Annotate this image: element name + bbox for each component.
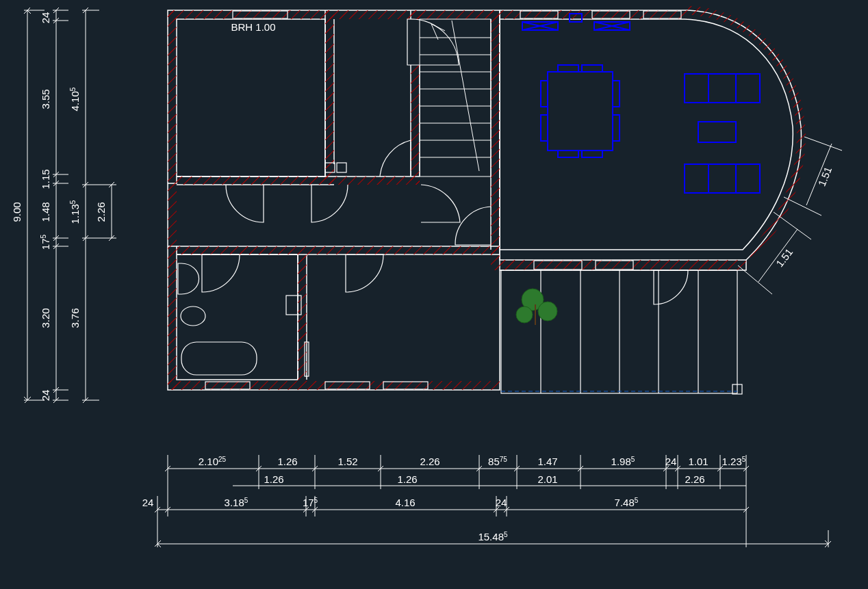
svg-rect-92 bbox=[337, 163, 346, 172]
svg-rect-69 bbox=[500, 260, 746, 270]
svg-text:2.26: 2.26 bbox=[95, 202, 107, 222]
svg-text:4.16: 4.16 bbox=[395, 497, 415, 508]
cad-floorplan-viewport[interactable]: 9.00 24 3.55 1.15 1.48 175 3.20 24 4.105… bbox=[0, 0, 868, 589]
dim-vertical-mid-chain: 4.105 1.135 2.26 3.76 bbox=[69, 10, 116, 400]
svg-rect-90 bbox=[181, 342, 257, 375]
svg-text:7.485: 7.485 bbox=[615, 497, 639, 508]
dim-horiz-row2: 1.26 1.26 2.01 2.26 bbox=[233, 473, 746, 486]
svg-rect-103 bbox=[582, 150, 602, 157]
svg-text:1.26: 1.26 bbox=[277, 456, 297, 467]
pergola-deck bbox=[501, 270, 742, 394]
svg-rect-60 bbox=[168, 10, 177, 390]
wall-hatching bbox=[168, 10, 801, 390]
svg-rect-61 bbox=[168, 381, 500, 390]
svg-text:24: 24 bbox=[496, 497, 507, 508]
svg-rect-102 bbox=[558, 150, 578, 157]
svg-text:1.26: 1.26 bbox=[264, 473, 283, 485]
svg-rect-100 bbox=[558, 65, 578, 72]
svg-rect-62 bbox=[325, 10, 334, 185]
svg-rect-65 bbox=[177, 176, 420, 185]
svg-rect-101 bbox=[582, 65, 602, 72]
svg-text:1.985: 1.985 bbox=[611, 456, 635, 467]
svg-rect-68 bbox=[500, 10, 688, 19]
svg-line-130 bbox=[804, 137, 842, 150]
svg-text:4.105: 4.105 bbox=[69, 87, 81, 111]
svg-rect-99 bbox=[613, 115, 620, 141]
svg-text:175: 175 bbox=[303, 497, 318, 508]
svg-rect-64 bbox=[491, 10, 500, 270]
svg-text:24: 24 bbox=[40, 390, 51, 402]
svg-text:1.47: 1.47 bbox=[537, 456, 557, 467]
floorplan-walls-outline bbox=[168, 10, 801, 390]
dim-horiz-overall: 15.485 bbox=[157, 530, 828, 547]
svg-rect-108 bbox=[685, 164, 760, 193]
svg-text:3.185: 3.185 bbox=[225, 497, 248, 508]
svg-text:1.15: 1.15 bbox=[40, 169, 51, 189]
svg-text:3.20: 3.20 bbox=[40, 308, 51, 328]
svg-text:2.26: 2.26 bbox=[420, 456, 439, 467]
svg-text:8575: 8575 bbox=[488, 456, 507, 467]
svg-text:15.485: 15.485 bbox=[478, 531, 508, 542]
svg-text:9.00: 9.00 bbox=[11, 202, 23, 222]
svg-line-88 bbox=[452, 21, 479, 171]
dim-horiz-row3: 24 3.185 175 4.16 24 7.485 bbox=[142, 496, 746, 547]
tree-symbol bbox=[516, 289, 557, 325]
furniture-dining bbox=[541, 65, 620, 157]
furniture-living bbox=[522, 14, 760, 193]
svg-rect-107 bbox=[698, 122, 736, 142]
svg-rect-97 bbox=[541, 115, 548, 141]
svg-point-89 bbox=[181, 306, 205, 326]
windows bbox=[205, 11, 681, 389]
dim-horiz-row1: 2.1025 1.26 1.52 2.26 8575 1.47 1.985 24… bbox=[168, 455, 746, 496]
svg-text:24: 24 bbox=[142, 497, 154, 508]
svg-point-127 bbox=[538, 302, 557, 321]
svg-text:1.52: 1.52 bbox=[337, 456, 357, 467]
svg-text:24: 24 bbox=[665, 456, 677, 467]
svg-text:2.1025: 2.1025 bbox=[199, 456, 227, 467]
dim-vertical-outer-chain: 24 3.55 1.15 1.48 175 3.20 24 bbox=[40, 10, 68, 401]
svg-text:24: 24 bbox=[40, 12, 51, 24]
svg-text:1.51: 1.51 bbox=[816, 165, 834, 187]
svg-text:1.135: 1.135 bbox=[69, 200, 81, 224]
svg-rect-67 bbox=[298, 254, 307, 381]
svg-text:1.235: 1.235 bbox=[722, 456, 746, 467]
svg-rect-95 bbox=[548, 72, 613, 150]
svg-text:1.48: 1.48 bbox=[40, 202, 51, 222]
svg-text:3.55: 3.55 bbox=[40, 89, 51, 109]
svg-text:3.76: 3.76 bbox=[69, 308, 81, 328]
svg-text:1.26: 1.26 bbox=[397, 473, 417, 485]
svg-rect-96 bbox=[541, 81, 548, 107]
svg-rect-66 bbox=[177, 246, 500, 254]
svg-text:1.51: 1.51 bbox=[774, 246, 795, 269]
svg-rect-104 bbox=[685, 74, 760, 103]
svg-text:175: 175 bbox=[40, 234, 51, 250]
svg-text:2.01: 2.01 bbox=[537, 473, 557, 485]
bathroom-fixtures bbox=[178, 263, 257, 375]
kitchen-symbols bbox=[286, 163, 346, 376]
svg-point-128 bbox=[516, 306, 533, 323]
svg-rect-98 bbox=[613, 81, 620, 107]
room-label: BRH 1.00 bbox=[231, 21, 275, 33]
svg-text:1.01: 1.01 bbox=[688, 456, 708, 467]
svg-text:2.26: 2.26 bbox=[685, 473, 704, 485]
